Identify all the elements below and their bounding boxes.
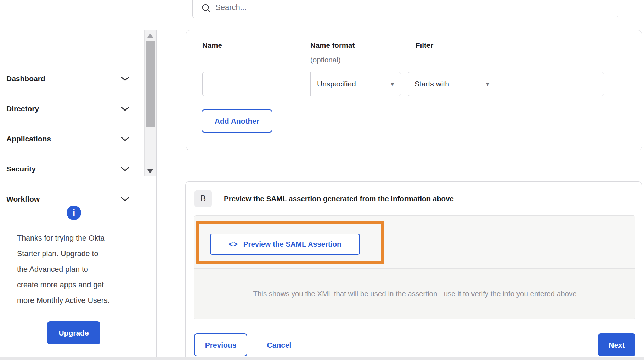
previous-button[interactable]: Previous <box>194 333 247 356</box>
sidebar-item-label: Workflow <box>6 195 40 203</box>
filter-type-value: Starts with <box>414 80 449 88</box>
select-caret-icon: ▼ <box>390 81 395 87</box>
preview-description-area: This shows you the XML that will be used… <box>194 268 635 319</box>
preview-section-card: B Preview the SAML assertion generated f… <box>185 181 642 360</box>
upsell-line: more Monthly Active Users. <box>17 293 141 308</box>
name-format-optional-label: (optional) <box>310 56 340 64</box>
next-button[interactable]: Next <box>598 333 635 356</box>
scrollbar-thumb[interactable] <box>146 41 155 127</box>
search-box[interactable] <box>192 0 618 18</box>
attribute-form-card: Name Name format (optional) Filter Unspe… <box>186 30 642 150</box>
filter-type-select[interactable]: Starts with ▼ <box>408 72 496 96</box>
filter-label: Filter <box>416 41 433 50</box>
scroll-up-arrow-icon[interactable] <box>147 34 153 38</box>
upsell-line: Starter plan. Upgrade to <box>17 246 141 261</box>
preview-description: This shows you the XML that will be used… <box>253 289 576 298</box>
upsell-message: Thanks for trying the Okta Starter plan.… <box>17 230 141 308</box>
upsell-line: create more apps and get <box>17 277 141 293</box>
sidebar-item-label: Security <box>6 165 36 173</box>
name-label: Name <box>202 41 222 50</box>
preview-button-label: Preview the SAML Assertion <box>243 240 341 248</box>
okta-admin-page: okta Dashboard Directory Applications Se… <box>0 0 644 360</box>
section-heading: Preview the SAML assertion generated fro… <box>224 195 454 203</box>
search-input[interactable] <box>193 0 618 17</box>
name-format-value: Unspecified <box>317 80 356 88</box>
select-caret-icon: ▼ <box>485 81 490 87</box>
info-icon: i <box>67 206 81 220</box>
sidebar-item-security[interactable]: Security <box>0 156 144 182</box>
name-format-label: Name format <box>310 41 355 50</box>
viewport-bottom-strip <box>0 357 644 360</box>
sidebar-nav: Dashboard Directory Applications Securit… <box>0 30 156 177</box>
preview-saml-assertion-button[interactable]: <> Preview the SAML Assertion <box>210 234 360 255</box>
chevron-down-icon <box>121 197 129 202</box>
saml-preview-panel: This shows you the XML that will be used… <box>194 215 635 319</box>
code-icon: <> <box>228 240 238 248</box>
sidebar-item-label: Directory <box>6 105 39 113</box>
sidebar-item-applications[interactable]: Applications <box>0 125 144 152</box>
sidebar-item-label: Applications <box>6 135 51 143</box>
step-badge: B <box>194 190 212 207</box>
sidebar-divider <box>156 30 157 360</box>
chevron-down-icon <box>121 167 129 171</box>
sidebar-scrollbar[interactable] <box>144 30 156 176</box>
upsell-line: the Advanced plan to <box>17 261 141 277</box>
cancel-link[interactable]: Cancel <box>259 333 300 356</box>
chevron-down-icon <box>121 107 129 111</box>
attribute-name-input[interactable] <box>202 72 311 96</box>
sidebar-item-dashboard[interactable]: Dashboard <box>0 65 144 92</box>
filter-value-input[interactable] <box>496 72 604 96</box>
sidebar-item-label: Dashboard <box>6 74 45 83</box>
upsell-line: Thanks for trying the Okta <box>17 230 141 246</box>
chevron-down-icon <box>121 77 129 81</box>
add-another-button[interactable]: Add Another <box>202 109 272 133</box>
chevron-down-icon <box>121 137 129 141</box>
sidebar-item-directory[interactable]: Directory <box>0 95 144 122</box>
scroll-down-arrow-icon[interactable] <box>147 169 153 173</box>
section-header: B Preview the SAML assertion generated f… <box>194 190 454 207</box>
upgrade-button[interactable]: Upgrade <box>47 321 100 344</box>
name-format-select[interactable]: Unspecified ▼ <box>310 72 401 96</box>
